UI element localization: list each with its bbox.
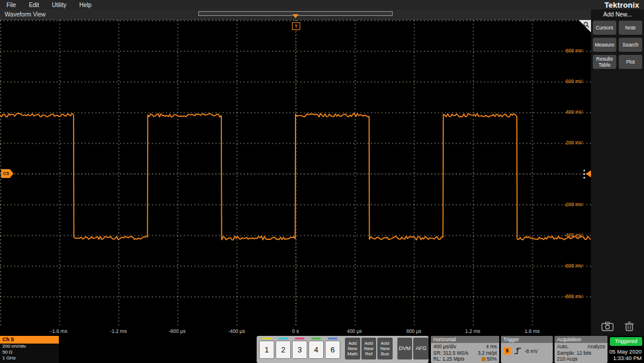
trigger-level-arrow-icon[interactable] (586, 170, 591, 177)
channel-1-color-dash (262, 338, 271, 339)
trigger-position-arrow-icon[interactable] (293, 14, 298, 18)
search-button[interactable]: Search (619, 38, 642, 52)
horizontal-scale: 400 µs/div (433, 344, 456, 350)
time-label: -400 µs (228, 328, 245, 334)
note-button[interactable]: Note (619, 21, 642, 35)
voltage-label: -800 mV (564, 293, 583, 299)
time-label: 800 µs (406, 328, 421, 334)
add-new-buttons: Cursors Note Measure Search Results Tabl… (591, 21, 644, 69)
channel-button-1[interactable]: 1 (259, 338, 274, 359)
channel-bandwidth: 1 GHz (0, 355, 59, 361)
channel-5-name: Ch 5 (0, 336, 59, 344)
acquisition-badge[interactable]: Acquisition Auto, Analyze Sample: 12 bit… (555, 336, 608, 363)
channel-termination: 50 Ω (0, 349, 59, 355)
horizontal-title: Horizontal (431, 336, 499, 343)
voltage-label: 600 mV (566, 78, 583, 84)
voltage-label: -200 mV (564, 202, 583, 207)
screenshot-icon[interactable] (601, 321, 614, 332)
time-axis: -1.6 ms -1.2 ms -800 µs -400 µs 0 s 400 … (0, 326, 591, 336)
voltage-label: 200 mV (566, 140, 583, 146)
channel-button-4[interactable]: 4 (308, 338, 324, 359)
time-label: 1.6 ms (525, 328, 540, 334)
add-new-header: Add New... (591, 11, 644, 18)
drag-handle-dots[interactable] (583, 170, 585, 171)
voltage-label: -400 mV (564, 232, 583, 238)
time-text: 1:33:40 PM (609, 355, 642, 361)
channel-2-color-dash (278, 338, 288, 339)
datetime-display: 05 May 2020 1:33:40 PM (609, 348, 642, 361)
trigger-flag[interactable]: T (292, 22, 300, 30)
trash-icon[interactable] (624, 321, 635, 332)
acquisition-analyze: Analyze (587, 344, 605, 350)
channel-button-6[interactable]: 6 (325, 338, 340, 359)
time-label: -1.2 ms (110, 328, 127, 334)
magnifier-icon (583, 21, 590, 28)
settings-bar: Ch 5 200 mV/div 50 Ω 1 GHz 1 2 3 4 (0, 336, 644, 363)
time-label: 1.2 ms (465, 328, 480, 334)
acquisition-mode: Auto, (557, 344, 569, 350)
voltage-label: -600 mV (564, 263, 583, 269)
trigger-position-icon (482, 357, 486, 361)
channel-3-color-dash (295, 338, 304, 339)
voltage-label: 400 mV (566, 109, 583, 115)
results-bar: Add New... Cursors Note Measure Search R… (591, 9, 644, 336)
channel-scale: 200 mV/div (0, 344, 59, 349)
voltage-label: 800 mV (566, 48, 583, 54)
cursors-button[interactable]: Cursors (593, 21, 616, 35)
time-label: 400 µs (347, 328, 362, 334)
acquisition-title: Acquisition (555, 336, 608, 343)
menu-utility[interactable]: Utility (52, 2, 66, 8)
date-text: 05 May 2020 (609, 348, 642, 355)
channel-4-color-dash (311, 338, 321, 339)
waveform-view: Waveform View T 800 mV 600 mV 400 mV 200… (0, 9, 591, 336)
tektronix-logo: Tektronix (605, 1, 639, 9)
channel-3-label: 3 (292, 341, 307, 359)
trigger-title: Trigger (501, 336, 553, 343)
trigger-source-badge: 5 (503, 347, 511, 355)
channel-button-2[interactable]: 2 (275, 338, 291, 359)
trigger-level: -8 mV (525, 348, 538, 354)
horizontal-badge[interactable]: Horizontal 400 µs/div 4 ms SR: 312.5 MS/… (431, 336, 499, 363)
horizontal-record-length: RL: 1.25 Mpts (433, 356, 464, 362)
horizontal-window: 4 ms (486, 344, 497, 350)
horizontal-position: 50% (487, 356, 497, 362)
horizontal-sample-rate: SR: 312.5 MS/s (433, 350, 469, 357)
channel-1-label: 1 (259, 341, 274, 359)
add-new-ref-button[interactable]: Add New Ref (361, 338, 377, 359)
time-label: 0 s (292, 328, 298, 334)
view-title: Waveform View (5, 11, 45, 18)
horizontal-position-wrap: 50% (482, 356, 497, 362)
acquisition-count: 210 Acqs (557, 356, 577, 362)
trigger-status-badge: Triggered (610, 337, 642, 346)
dvm-button[interactable]: DVM (397, 338, 413, 359)
afg-button[interactable]: AFG (413, 338, 429, 359)
channel-2-label: 2 (275, 341, 291, 359)
plot-button[interactable]: Plot (619, 55, 642, 69)
horizontal-sample-interval: 3.2 ns/pt (477, 350, 497, 357)
time-label: -1.6 ms (51, 328, 67, 334)
menu-file[interactable]: File (6, 2, 16, 8)
menu-help[interactable]: Help (79, 2, 92, 8)
rising-edge-slope-icon (514, 347, 522, 355)
results-table-button[interactable]: Results Table (593, 55, 616, 69)
time-label: -800 µs (169, 328, 186, 334)
channel-6-label: 6 (325, 341, 340, 359)
oscilloscope-app: File Edit Utility Help Tektronix Wavefor… (0, 0, 644, 363)
acquisition-sample-depth: Sample: 12 bits (557, 350, 592, 357)
channel-button-3[interactable]: 3 (292, 338, 307, 359)
graticule-area[interactable]: T 800 mV 600 mV 400 mV 200 mV -200 mV -4… (0, 19, 591, 327)
channel-5-badge[interactable]: Ch 5 200 mV/div 50 Ω 1 GHz (0, 336, 59, 363)
channel-tray: 1 2 3 4 6 Add New Math Add New Ref Add N… (257, 336, 429, 363)
channel-6-color-dash (328, 338, 337, 339)
menu-bar: File Edit Utility Help Tektronix (0, 0, 644, 9)
trigger-badge[interactable]: Trigger 5 -8 mV (501, 336, 553, 363)
channel-4-label: 4 (308, 341, 324, 359)
measure-button[interactable]: Measure (593, 38, 616, 52)
menu-edit[interactable]: Edit (29, 2, 39, 8)
view-header: Waveform View (0, 9, 591, 19)
add-new-bus-button[interactable]: Add New Bus (377, 338, 393, 359)
add-new-math-button[interactable]: Add New Math (345, 338, 360, 359)
waveform-trace[interactable] (0, 20, 591, 327)
